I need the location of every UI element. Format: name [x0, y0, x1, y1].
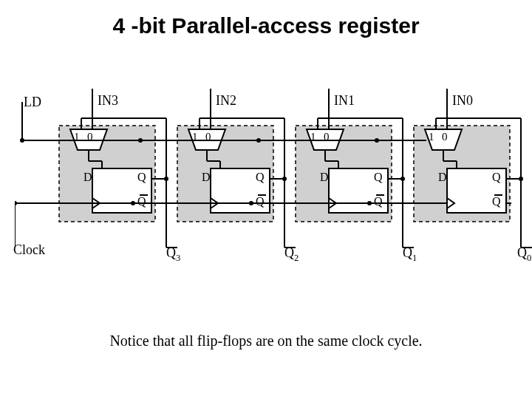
ff-d: D: [202, 171, 211, 184]
mux-zero: 0: [324, 131, 330, 143]
ff-d: D: [438, 171, 447, 184]
ff-qbar: Q: [492, 195, 501, 208]
page-title: 4 -bit Parallel-access register: [0, 13, 532, 38]
clock-label: Clock: [13, 242, 45, 258]
in3-label: IN3: [98, 93, 118, 109]
mux-one: 1: [429, 131, 434, 143]
ff-d: D: [320, 171, 329, 184]
caption-note: Notice that all flip-flops are on the sa…: [0, 332, 532, 349]
mux-zero: 0: [87, 131, 93, 143]
ff-q: Q: [137, 171, 146, 184]
in2-label: IN2: [216, 93, 236, 109]
ff-q: Q: [492, 171, 501, 184]
ff-q: Q: [256, 171, 265, 184]
in1-label: IN1: [334, 93, 355, 109]
mux-zero: 0: [205, 131, 211, 143]
q3-label: Q3: [166, 245, 180, 264]
ff-qbar: Q: [256, 195, 265, 208]
ff-qbar: Q: [137, 195, 146, 208]
ff-d: D: [83, 171, 92, 184]
mux-zero: 0: [442, 131, 448, 143]
q0-label: Q0: [517, 245, 531, 264]
ld-label: LD: [24, 95, 41, 110]
ff-qbar: Q: [374, 195, 383, 208]
register-diagram: [15, 89, 532, 281]
ff-q: Q: [374, 171, 383, 184]
mux-one: 1: [192, 131, 198, 143]
q1-label: Q1: [403, 245, 417, 264]
mux-one: 1: [74, 131, 80, 143]
in0-label: IN0: [452, 93, 473, 109]
q2-label: Q2: [284, 245, 299, 264]
mux-one: 1: [310, 131, 316, 143]
